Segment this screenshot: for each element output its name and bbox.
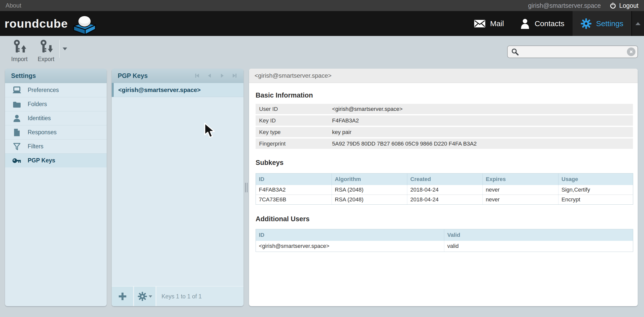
cell: RSA (2048) xyxy=(332,185,407,195)
dropdown-caret-icon xyxy=(63,48,67,50)
cell: F4FAB3A2 xyxy=(256,185,332,195)
power-icon xyxy=(610,2,616,9)
basic-row: Key type key pair xyxy=(256,127,633,137)
mail-icon xyxy=(474,20,486,28)
cell: never xyxy=(483,185,558,195)
subkeys-table: ID Algorithm Created Expires Usage F4FAB… xyxy=(256,173,633,205)
filter-icon xyxy=(12,143,22,151)
collapse-banner-button[interactable] xyxy=(631,11,644,36)
sidebar-item-preferences[interactable]: Preferences xyxy=(5,83,107,97)
sidebar-item-folders[interactable]: Folders xyxy=(5,97,107,111)
topbar: About girish@smartserver.space Logout xyxy=(0,0,644,11)
settings-panel-title: Settings xyxy=(5,69,107,83)
subkeys-heading: Subkeys xyxy=(256,158,633,167)
cell: never xyxy=(483,195,558,205)
basic-row: Fingerprint 5A92 79D5 80DD 7B27 6086 05C… xyxy=(256,139,633,149)
nav-prev-button[interactable] xyxy=(207,73,212,78)
key-actions-button[interactable] xyxy=(134,287,156,306)
logout-button[interactable]: Logout xyxy=(610,2,638,9)
row-value: <girish@smartserver.space> xyxy=(332,106,403,112)
sidebar-item-label: Responses xyxy=(28,129,57,136)
task-nav: Mail Contacts xyxy=(466,11,644,36)
logged-in-user: girish@smartserver.space xyxy=(528,2,601,9)
basic-information-list: User ID <girish@smartserver.space> Key I… xyxy=(256,104,633,149)
key-details-title: <girish@smartserver.space> xyxy=(249,69,638,83)
logo-wordmark: roundcube xyxy=(5,17,68,30)
settings-gear-icon xyxy=(581,18,592,29)
subkey-row: 7CA73E6B RSA (2048) 2018-04-24 never Enc… xyxy=(256,195,633,205)
dropdown-caret-icon xyxy=(149,295,152,298)
column-header: Usage xyxy=(558,173,633,185)
column-header: Created xyxy=(407,173,483,185)
subkey-row: F4FAB3A2 RSA (2048) 2018-04-24 never Sig… xyxy=(256,185,633,195)
panel-splitter[interactable] xyxy=(244,69,249,306)
key-list-pager xyxy=(194,73,237,78)
basic-row: User ID <girish@smartserver.space> xyxy=(256,104,633,114)
nav-prev-icon xyxy=(207,73,212,78)
nav-next-button[interactable] xyxy=(219,73,225,78)
sidebar-item-pgp-keys[interactable]: PGP Keys xyxy=(5,153,107,167)
person-icon xyxy=(12,114,22,122)
tab-settings[interactable]: Settings xyxy=(573,11,631,36)
nav-first-button[interactable] xyxy=(194,73,200,78)
sidebar-item-filters[interactable]: Filters xyxy=(5,139,107,153)
search-input[interactable] xyxy=(519,46,627,58)
row-label: Key type xyxy=(256,129,332,135)
tab-mail[interactable]: Mail xyxy=(466,11,512,36)
monitor-icon xyxy=(12,86,22,94)
additional-users-table: ID Valid <girish@smartserver.space> vali… xyxy=(256,229,633,252)
import-label: Import xyxy=(11,56,27,63)
sidebar-item-label: Folders xyxy=(28,101,47,108)
cell: valid xyxy=(444,241,633,252)
sidebar-item-label: Identities xyxy=(28,115,51,122)
key-details-panel: <girish@smartserver.space> Basic Informa… xyxy=(249,69,638,306)
clear-search-button[interactable] xyxy=(627,48,635,56)
row-value: F4FAB3A2 xyxy=(332,117,359,124)
export-options-caret[interactable] xyxy=(59,40,70,58)
nav-first-icon xyxy=(194,73,200,78)
document-icon xyxy=(12,128,22,137)
row-label: Fingerprint xyxy=(256,141,332,147)
collapse-arrow-icon xyxy=(635,22,640,25)
export-keys-button[interactable]: Export xyxy=(33,40,59,63)
cell: RSA (2048) xyxy=(332,195,407,205)
row-label: Key ID xyxy=(256,117,332,124)
add-key-button[interactable] xyxy=(112,287,134,306)
cell: 2018-04-24 xyxy=(407,195,483,205)
sidebar-item-identities[interactable]: Identities xyxy=(5,111,107,125)
tab-contacts[interactable]: Contacts xyxy=(512,11,572,36)
settings-panel: Settings Preferences Folders Identities … xyxy=(5,69,107,306)
export-label: Export xyxy=(38,56,54,63)
clear-search-icon xyxy=(629,50,633,54)
cell: Sign,Certify xyxy=(558,185,633,195)
key-count-text: Keys 1 to 1 of 1 xyxy=(156,287,244,306)
column-header: Valid xyxy=(444,229,633,241)
row-label: User ID xyxy=(256,106,332,112)
about-link[interactable]: About xyxy=(6,2,21,9)
key-list-item[interactable]: <girish@smartserver.space> xyxy=(112,83,244,97)
tab-settings-label: Settings xyxy=(596,19,623,28)
basic-information-heading: Basic Information xyxy=(256,91,633,100)
sidebar-item-responses[interactable]: Responses xyxy=(5,125,107,139)
sidebar-item-label: Filters xyxy=(28,143,44,150)
nav-last-button[interactable] xyxy=(232,73,237,78)
nav-next-icon xyxy=(219,73,225,78)
key-toolbar: Import Export xyxy=(6,40,70,63)
import-keys-button[interactable]: Import xyxy=(6,40,33,63)
column-header: ID xyxy=(256,173,332,185)
additional-users-heading: Additional Users xyxy=(256,215,633,223)
keys-panel-footer: Keys 1 to 1 of 1 xyxy=(112,286,244,306)
users-header-row: ID Valid xyxy=(256,229,633,241)
folder-icon xyxy=(12,101,22,108)
column-header: Expires xyxy=(483,173,558,185)
pgp-keys-panel: PGP Keys <girish@smartserver.space> xyxy=(112,69,244,306)
add-icon xyxy=(118,292,127,301)
topbar-right: girish@smartserver.space Logout xyxy=(528,2,638,9)
cell: <girish@smartserver.space> xyxy=(256,241,444,252)
sidebar-item-label: PGP Keys xyxy=(28,157,55,164)
gear-icon xyxy=(138,292,147,301)
search-icon xyxy=(511,48,519,56)
cell: Encrypt xyxy=(558,195,633,205)
nav-last-icon xyxy=(232,73,237,78)
pgp-keys-panel-title: PGP Keys xyxy=(118,72,148,79)
